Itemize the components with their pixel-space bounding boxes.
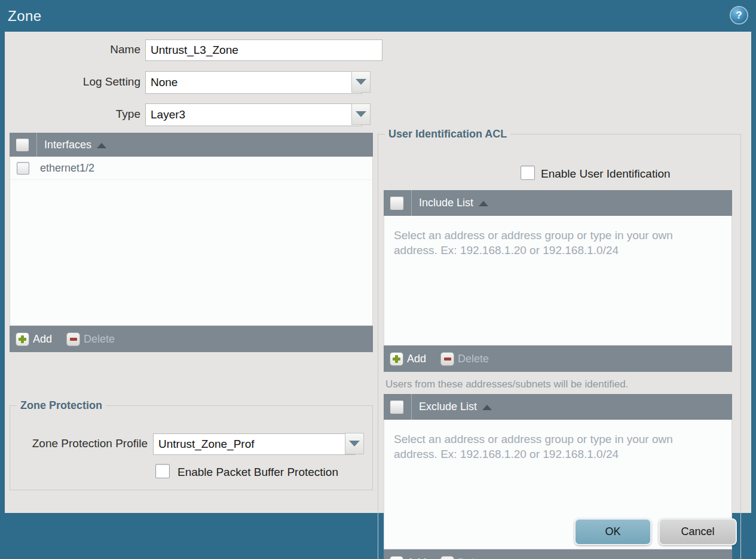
delete-label: Delete (458, 353, 489, 365)
delete-icon (440, 352, 454, 366)
chevron-down-icon (356, 79, 366, 85)
include-list-placeholder: Select an address or address group or ty… (384, 216, 731, 258)
include-list-add-button[interactable]: Add (390, 352, 426, 366)
enable-packet-buffer-protection-label: Enable Packet Buffer Protection (177, 466, 338, 479)
add-label: Add (407, 353, 426, 365)
add-icon (390, 352, 403, 366)
log-setting-label: Log Setting (10, 71, 140, 93)
add-icon (16, 332, 29, 346)
add-label: Add (407, 557, 426, 559)
add-label: Add (33, 333, 52, 346)
type-dropdown-button[interactable] (351, 103, 371, 125)
enable-user-identification-checkbox[interactable] (521, 166, 535, 180)
interfaces-delete-button[interactable]: Delete (66, 332, 115, 346)
interface-row[interactable]: ethernet1/2 (10, 157, 372, 180)
include-list-delete-button[interactable]: Delete (440, 352, 489, 366)
include-list-select-all-checkbox[interactable] (390, 196, 404, 210)
sort-ascending-icon (97, 143, 106, 148)
user-identification-acl-legend: User Identification ACL (385, 128, 510, 140)
exclude-list-column-header[interactable]: Exclude List (384, 394, 732, 420)
exclude-list-toolbar: Add Delete (384, 549, 732, 559)
delete-label: Delete (84, 333, 115, 346)
include-list-column-header[interactable]: Include List (384, 190, 732, 216)
type-label: Type (10, 103, 140, 125)
column-divider (36, 133, 37, 157)
chevron-down-icon (349, 441, 360, 447)
interfaces-column-header[interactable]: Interfaces (10, 133, 373, 157)
zone-protection-profile-dropdown-button[interactable] (345, 433, 364, 454)
type-input[interactable] (145, 103, 362, 126)
name-input[interactable] (145, 39, 382, 61)
help-icon[interactable]: ? (731, 7, 747, 23)
enable-user-identification-label: Enable User Identification (541, 167, 671, 181)
interfaces-list-body: ethernet1/2 (10, 157, 373, 326)
include-list-header-label: Include List (419, 197, 473, 209)
interface-name: ethernet1/2 (40, 162, 94, 175)
delete-label: Delete (458, 557, 489, 559)
cancel-button[interactable]: Cancel (659, 518, 737, 545)
exclude-list-delete-button[interactable]: Delete (440, 556, 489, 559)
include-list-caption: Users from these addresses/subnets will … (385, 378, 628, 390)
zone-protection-legend: Zone Protection (17, 399, 106, 412)
dialog-title: Zone (8, 0, 42, 32)
dialog-body: Name Log Setting Type Interfaces etherne… (5, 32, 751, 513)
delete-icon (66, 332, 80, 346)
exclude-list-header-label: Exclude List (419, 401, 477, 413)
column-divider (411, 190, 412, 216)
chevron-down-icon (356, 111, 366, 117)
ok-button[interactable]: OK (574, 518, 651, 545)
sort-ascending-icon (479, 201, 488, 206)
zone-protection-profile-label: Zone Protection Profile (10, 433, 148, 454)
enable-packet-buffer-protection-checkbox[interactable] (155, 464, 170, 478)
interface-row-checkbox[interactable] (17, 162, 29, 175)
include-list-body[interactable]: Select an address or address group or ty… (384, 216, 732, 346)
log-setting-dropdown-button[interactable] (351, 71, 371, 93)
zone-protection-profile-input[interactable] (153, 433, 356, 455)
delete-icon (440, 556, 454, 559)
exclude-list-select-all-checkbox[interactable] (390, 400, 404, 414)
interfaces-add-button[interactable]: Add (16, 332, 52, 346)
sort-ascending-icon (482, 405, 492, 410)
zone-protection-section: Zone Protection Zone Protection Profile … (10, 399, 373, 490)
user-identification-acl-section: User Identification ACL Enable User Iden… (378, 128, 741, 559)
exclude-list-placeholder: Select an address or address group or ty… (384, 420, 731, 462)
column-divider (411, 394, 412, 420)
dialog-titlebar: Zone ? (0, 0, 756, 32)
interfaces-toolbar: Add Delete (10, 326, 373, 352)
name-label: Name (10, 39, 140, 60)
log-setting-input[interactable] (145, 71, 362, 94)
interfaces-header-label: Interfaces (44, 139, 91, 151)
exclude-list-add-button[interactable]: Add (390, 556, 426, 559)
interfaces-select-all-checkbox[interactable] (16, 138, 29, 152)
include-list-toolbar: Add Delete (384, 346, 732, 372)
add-icon (390, 556, 403, 559)
